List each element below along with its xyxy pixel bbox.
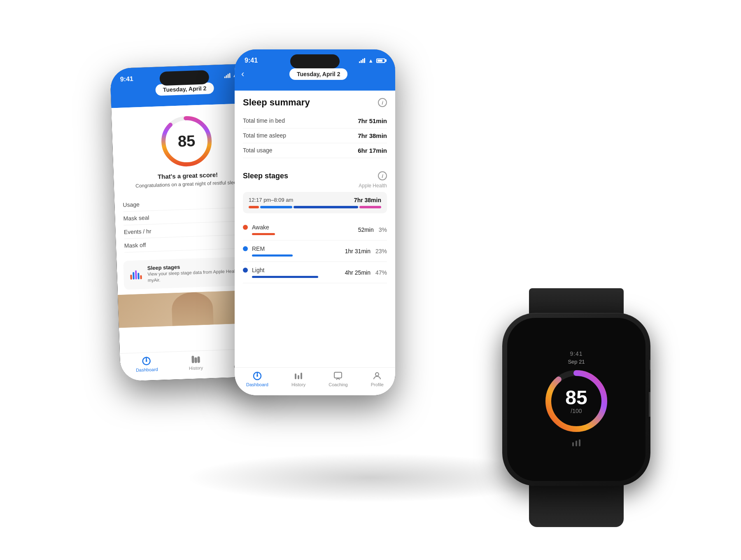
light-name: Light [252, 267, 264, 273]
back-score-ring: 85 [159, 114, 214, 169]
awake-values: 52min 3% [358, 226, 387, 233]
summary-bed: Total time in bed 7hr 51min [243, 114, 387, 128]
summary-usage-label: Total usage [243, 147, 273, 154]
sleep-summary-header: Sleep summary i [243, 97, 387, 108]
awake-bar [252, 233, 275, 235]
svg-rect-5 [137, 273, 140, 279]
watch-time: 9:41 [570, 350, 583, 357]
dashboard-icon-back [142, 356, 152, 366]
nav-history-label-front: History [291, 382, 305, 387]
watch-case: 9:41 Sep 21 [502, 313, 650, 486]
back-arrow[interactable]: ‹ [241, 69, 244, 79]
profile-icon-front [372, 371, 382, 381]
watch-date: Sep 21 [568, 359, 585, 365]
nav-coaching-front[interactable]: Coaching [329, 371, 347, 387]
svg-rect-3 [133, 272, 135, 279]
dynamic-island-front [290, 54, 340, 68]
svg-point-19 [375, 373, 379, 376]
svg-rect-4 [135, 270, 137, 279]
apple-health-label: Apple Health [243, 183, 387, 189]
stat-mask-off-label: Mask off [124, 242, 146, 249]
watch-button [650, 360, 650, 370]
watch-score-num: 85 [565, 388, 587, 408]
svg-rect-24 [579, 439, 580, 446]
watch-bar-chart-icon [572, 439, 581, 448]
rem-pct: 23% [375, 248, 387, 254]
svg-rect-17 [301, 373, 302, 379]
stat-mask-seal-label: Mask seal [123, 214, 149, 222]
dashboard-icon-front [252, 371, 262, 381]
summary-usage-value: 6hr 17min [358, 147, 387, 154]
summary-asleep: Total time asleep 7hr 38min [243, 128, 387, 143]
summary-bed-label: Total time in bed [243, 117, 285, 124]
light-duration: 4hr 25min [345, 269, 370, 276]
watch: 9:41 Sep 21 [502, 313, 650, 486]
watch-crown [649, 392, 650, 417]
svg-rect-23 [576, 441, 577, 446]
sleep-stages-title: Sleep stages [243, 172, 288, 180]
rem-values: 1hr 31min 23% [345, 248, 387, 254]
nav-history-back[interactable]: History [189, 354, 203, 371]
stage-light-info: Light [243, 267, 345, 273]
stage-rem-info: REM [243, 245, 345, 252]
front-status-time: 9:41 [245, 57, 258, 64]
awake-dot [243, 225, 248, 230]
svg-rect-11 [198, 357, 199, 362]
front-date-pill: Tuesday, April 2 [289, 68, 348, 80]
time-range-block: 12:17 pm–8:09 am 7hr 38min [243, 192, 387, 213]
svg-rect-9 [192, 356, 194, 363]
front-status-icons: ▲ [359, 58, 385, 64]
front-signal-icon [359, 58, 365, 63]
awake-pct: 3% [379, 226, 387, 233]
svg-point-14 [256, 375, 258, 377]
back-status-time: 9:41 [120, 75, 133, 83]
stage-awake: Awake 52min 3% [243, 219, 387, 240]
awake-name: Awake [252, 224, 269, 231]
rem-dot [243, 246, 248, 251]
summary-usage: Total usage 6hr 17min [243, 143, 387, 158]
nav-profile-label-front: Profile [371, 382, 384, 387]
front-bottom-nav: Dashboard History [235, 367, 395, 395]
front-wifi-icon: ▲ [368, 58, 373, 64]
svg-rect-15 [295, 373, 296, 379]
nav-dashboard-back[interactable]: Dashboard [135, 356, 158, 373]
stage-rem: REM 1hr 31min 23% [243, 240, 387, 262]
time-range-bars [249, 206, 381, 208]
watch-screen: 9:41 Sep 21 [507, 318, 645, 481]
stat-events-label: Events / hr [124, 228, 151, 235]
watch-score-ring: 85 /100 [543, 368, 609, 434]
front-phone-screen: 9:41 ▲ [235, 49, 395, 395]
nav-history-front[interactable]: History [291, 371, 305, 387]
sleep-summary-title: Sleep summary [243, 97, 310, 108]
sleep-stages-info-icon[interactable]: i [378, 171, 387, 180]
stat-usage-label: Usage [123, 201, 140, 208]
sleep-summary-info-icon[interactable]: i [378, 98, 387, 107]
nav-dashboard-front[interactable]: Dashboard [246, 371, 268, 387]
signal-icon [224, 73, 231, 78]
nav-profile-front[interactable]: Profile [371, 371, 384, 387]
svg-rect-2 [130, 275, 132, 280]
nav-dashboard-label-front: Dashboard [246, 382, 268, 387]
light-pct: 47% [375, 269, 387, 276]
summary-asleep-label: Total time asleep [243, 132, 286, 139]
awake-duration: 52min [358, 226, 374, 233]
sleep-stages-section: Sleep stages i Apple Health 12:17 pm–8:0… [235, 165, 395, 290]
light-dot [243, 268, 248, 273]
coaching-icon-front [333, 371, 343, 381]
stage-awake-info: Awake [243, 224, 358, 231]
light-bar [252, 276, 318, 278]
front-phone: 9:41 ▲ [235, 49, 395, 395]
shadow [185, 453, 556, 502]
sleep-stages-icon [128, 266, 144, 284]
rem-duration: 1hr 31min [345, 248, 370, 254]
rem-bar [252, 254, 293, 257]
svg-point-8 [146, 360, 147, 362]
front-battery-icon [376, 58, 385, 63]
stage-light: Light 4hr 25min 47% [243, 262, 387, 283]
scene: 9:41 ▲ Tues [82, 33, 659, 527]
nav-coaching-label-front: Coaching [329, 382, 347, 387]
watch-score-inner: 85 /100 [565, 388, 587, 414]
watch-score-sub: /100 [565, 408, 587, 414]
rem-name: REM [252, 245, 265, 252]
summary-asleep-value: 7hr 38min [358, 132, 387, 139]
